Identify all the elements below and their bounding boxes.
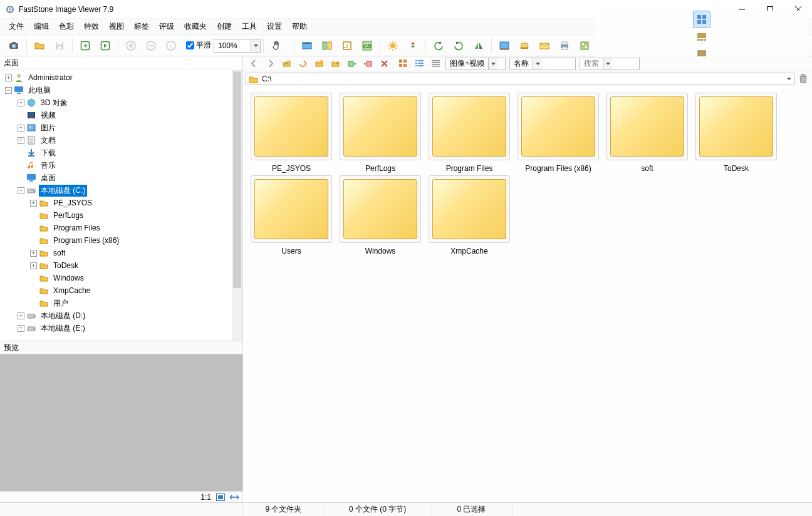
- flip-icon[interactable]: [470, 37, 487, 54]
- expand-icon[interactable]: +: [30, 200, 37, 207]
- menu-rating[interactable]: 评级: [154, 19, 179, 34]
- recycle-icon[interactable]: [797, 73, 809, 85]
- menu-tools[interactable]: 工具: [237, 19, 262, 34]
- scan-icon[interactable]: [516, 37, 533, 54]
- tree-item[interactable]: −本地磁盘 (C:): [0, 184, 242, 197]
- tree-scrollbar[interactable]: [232, 70, 242, 341]
- sort-combo[interactable]: 名称: [509, 58, 576, 70]
- menu-effects[interactable]: 特效: [79, 19, 104, 34]
- smooth-checkbox[interactable]: [186, 41, 194, 49]
- tree-item[interactable]: +本地磁盘 (E:): [0, 322, 242, 334]
- nav-forward-icon[interactable]: [263, 57, 277, 71]
- search-combo[interactable]: 搜索: [580, 58, 640, 70]
- refresh-icon[interactable]: [296, 57, 310, 71]
- menu-color[interactable]: 色彩: [54, 19, 79, 34]
- fav-add-icon[interactable]: [328, 57, 342, 71]
- compare-icon[interactable]: [318, 37, 336, 54]
- nav-up-icon[interactable]: [279, 57, 293, 71]
- nav-back-icon[interactable]: [247, 57, 261, 71]
- resize-icon[interactable]: [338, 37, 356, 54]
- email-icon[interactable]: [536, 37, 553, 54]
- expand-icon[interactable]: +: [30, 250, 37, 257]
- folder-thumbnail[interactable]: Program Files (x86): [515, 93, 601, 173]
- move-to-icon[interactable]: [361, 57, 375, 71]
- filter-combo[interactable]: 图像+视频: [445, 58, 506, 70]
- folder-thumbnail[interactable]: PE_JSYOS: [248, 93, 335, 173]
- redeye-icon[interactable]: [404, 37, 422, 54]
- copy-to-icon[interactable]: [345, 57, 358, 71]
- folder-thumbnail[interactable]: Windows: [337, 175, 424, 255]
- thumbnail-grid[interactable]: PE_JSYOSPerfLogsProgram FilesProgram Fil…: [243, 86, 812, 502]
- folder-thumbnail[interactable]: PerfLogs: [337, 93, 424, 173]
- tree-item[interactable]: PerfLogs: [0, 209, 242, 222]
- folder-thumbnail[interactable]: XmpCache: [426, 175, 513, 255]
- slideshow-icon[interactable]: [298, 37, 316, 54]
- tree-item[interactable]: −此电脑: [0, 84, 242, 96]
- menu-help[interactable]: 帮助: [287, 19, 312, 34]
- tree-item[interactable]: 桌面: [0, 172, 242, 184]
- folder-tree[interactable]: +Administrator−此电脑+3D 对象视频+图片+文档下载音乐桌面−本…: [0, 70, 242, 341]
- expand-icon[interactable]: +: [5, 75, 12, 81]
- tree-item[interactable]: Program Files: [0, 222, 242, 234]
- undo-icon[interactable]: [76, 37, 94, 54]
- tree-item[interactable]: +Administrator: [0, 71, 242, 84]
- tree-item[interactable]: +soft: [0, 247, 242, 259]
- folder-thumbnail[interactable]: Program Files: [426, 93, 513, 173]
- view-list-icon[interactable]: [412, 57, 426, 71]
- fit-icon[interactable]: [216, 493, 225, 501]
- rotate-left-icon[interactable]: [430, 37, 447, 54]
- adjust-light-icon[interactable]: [384, 37, 402, 54]
- menu-file[interactable]: 文件: [4, 19, 29, 34]
- tree-item[interactable]: XmpCache: [0, 284, 242, 297]
- view-large-icon[interactable]: [396, 57, 410, 71]
- menu-view[interactable]: 视图: [104, 19, 129, 34]
- menu-tag[interactable]: 标签: [129, 19, 154, 34]
- canvas-icon[interactable]: CB: [358, 37, 376, 54]
- expand-icon[interactable]: +: [30, 262, 37, 269]
- view-details-icon[interactable]: [429, 57, 442, 71]
- expand-icon[interactable]: +: [18, 125, 24, 132]
- folder-thumbnail[interactable]: soft: [604, 93, 690, 173]
- tree-root[interactable]: 桌面: [0, 56, 242, 70]
- tree-item[interactable]: 下载: [0, 147, 242, 159]
- expand-icon[interactable]: +: [18, 312, 24, 319]
- tree-item[interactable]: 视频: [0, 109, 242, 121]
- tree-item[interactable]: Windows: [0, 272, 242, 284]
- settings-icon[interactable]: [576, 37, 593, 54]
- tree-item[interactable]: +文档: [0, 134, 242, 147]
- zoom-out-icon[interactable]: [142, 37, 160, 54]
- redo-icon[interactable]: [96, 37, 114, 54]
- tree-item[interactable]: +图片: [0, 121, 242, 134]
- zoom-actual-icon[interactable]: 1: [162, 37, 180, 54]
- stretch-icon[interactable]: [230, 493, 239, 501]
- delete-icon[interactable]: [377, 57, 391, 71]
- collapse-icon[interactable]: −: [18, 187, 24, 194]
- zoom-dropdown[interactable]: [251, 39, 261, 53]
- path-input[interactable]: C:\: [246, 73, 794, 85]
- zoom-value[interactable]: 100%: [214, 39, 251, 53]
- rotate-right-icon[interactable]: [450, 37, 467, 54]
- new-folder-icon[interactable]: [312, 57, 326, 71]
- hand-tool-icon[interactable]: [268, 37, 285, 54]
- open-icon[interactable]: [31, 37, 48, 54]
- folder-thumbnail[interactable]: Users: [248, 175, 335, 255]
- menu-create[interactable]: 创建: [212, 19, 237, 34]
- tree-item[interactable]: +PE_JSYOS: [0, 197, 242, 209]
- tree-item[interactable]: 音乐: [0, 159, 242, 172]
- tree-item[interactable]: +3D 对象: [0, 96, 242, 109]
- path-dropdown-icon[interactable]: [787, 78, 791, 80]
- expand-icon[interactable]: +: [18, 137, 24, 144]
- tree-item[interactable]: +本地磁盘 (D:): [0, 309, 242, 322]
- acquire-icon[interactable]: [5, 37, 23, 54]
- wallpaper-icon[interactable]: [496, 37, 513, 54]
- view-thumbnails-icon[interactable]: [693, 11, 710, 28]
- view-filmstrip-icon[interactable]: [693, 28, 710, 46]
- expand-icon[interactable]: +: [18, 100, 24, 106]
- tree-item[interactable]: Program Files (x86): [0, 234, 242, 247]
- menu-settings[interactable]: 设置: [262, 19, 287, 34]
- zoom-in-icon[interactable]: [122, 37, 140, 54]
- smooth-toggle[interactable]: 平滑: [184, 39, 211, 51]
- menu-favorites[interactable]: 收藏夹: [179, 19, 212, 34]
- menu-edit[interactable]: 编辑: [29, 19, 54, 34]
- save-icon[interactable]: [51, 37, 68, 54]
